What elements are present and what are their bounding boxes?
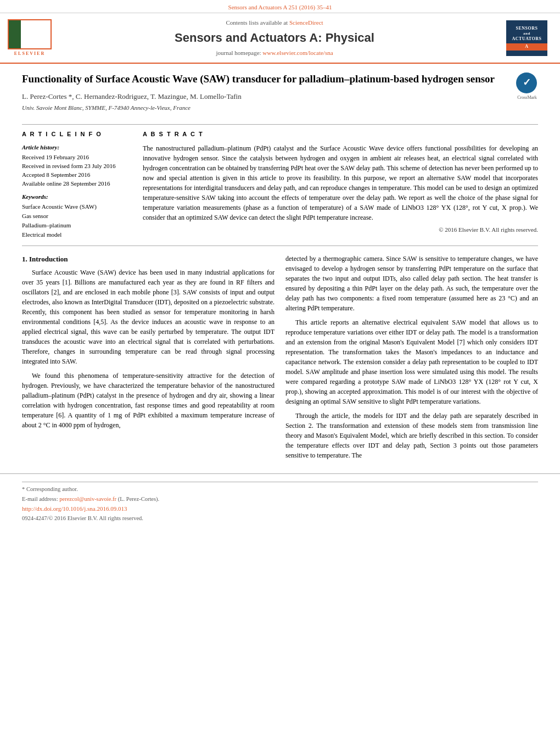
corresponding-note: * Corresponding author.: [22, 486, 538, 494]
col-right: detected by a thermographic camera. Sinc…: [285, 254, 538, 465]
svg-point-3: [12, 31, 18, 39]
sensors-logo: SENSORS and ACTUATORS A: [506, 20, 550, 56]
email-address[interactable]: perezcol@univ-savoie.fr: [59, 496, 116, 502]
received-date: Received 19 February 2016: [22, 153, 132, 162]
sensors-logo-text3: ACTUATORS: [512, 36, 542, 42]
article-info-title: A R T I C L E I N F O: [22, 130, 132, 138]
keywords-list: Surface Acoustic Wave (SAW) Gas sensor P…: [22, 203, 132, 239]
abstract-col: A B S T R A C T The nanostructured palla…: [143, 130, 538, 240]
intro-paragraph-2: We found this phenomena of temperature-s…: [22, 371, 275, 430]
keyword-1: Surface Acoustic Wave (SAW): [22, 203, 132, 211]
article-info-abstract: A R T I C L E I N F O Article history: R…: [22, 124, 538, 246]
journal-title-center: Contents lists available at ScienceDirec…: [52, 19, 497, 57]
abstract-text: The nanostructured palladium–platinum (P…: [143, 143, 538, 222]
journal-citation-bar: Sensors and Actuators A 251 (2016) 35–41: [0, 0, 560, 13]
issn-line: 0924-4247/© 2016 Elsevier B.V. All right…: [22, 515, 538, 523]
online-date: Available online 28 September 2016: [22, 180, 132, 188]
keyword-4: Electrical model: [22, 231, 132, 239]
sensors-logo-text1: SENSORS: [516, 26, 538, 31]
svg-rect-1: [20, 20, 50, 48]
sensors-logo-inner: SENSORS and ACTUATORS A: [506, 20, 547, 56]
svg-rect-0: [9, 20, 20, 48]
sciencedirect-link[interactable]: ScienceDirect: [289, 19, 323, 26]
copyright: © 2016 Elsevier B.V. All rights reserved…: [143, 226, 538, 234]
col-left: 1. Introduction Surface Acoustic Wave (S…: [22, 254, 275, 465]
contents-line: Contents lists available at ScienceDirec…: [52, 19, 497, 27]
article-title-section: Functionality of Surface Acoustic Wave (…: [22, 72, 538, 119]
crossmark-label: CrossMark: [516, 94, 538, 101]
journal-citation: Sensors and Actuators A 251 (2016) 35–41: [228, 4, 332, 10]
journal-header: ELSEVIER Contents lists available at Sci…: [0, 13, 560, 64]
elsevier-logo: ELSEVIER: [8, 19, 52, 57]
keywords-label: Keywords:: [22, 193, 132, 201]
footer-divider: [22, 482, 538, 482]
keyword-3: Palladium–platinum: [22, 221, 132, 230]
elsevier-label: ELSEVIER: [14, 51, 45, 57]
email-line: E-mail address: perezcol@univ-savoie.fr …: [22, 495, 538, 504]
right-paragraph-3: Through the article, the models for IDT …: [285, 411, 538, 460]
accepted-date: Accepted 8 September 2016: [22, 171, 132, 180]
right-paragraph-2: This article reports an alternative elec…: [285, 317, 538, 406]
journal-title-main: Sensors and Actuators A: Physical: [52, 30, 497, 47]
doi-line: http://dx.doi.org/10.1016/j.sna.2016.09.…: [22, 505, 538, 513]
svg-point-2: [12, 24, 19, 33]
article-footer: * Corresponding author. E-mail address: …: [0, 473, 560, 526]
keyword-2: Gas sensor: [22, 212, 132, 221]
elsevier-logo-graphic: [8, 19, 52, 49]
article-title: Functionality of Surface Acoustic Wave (…: [22, 72, 505, 86]
svg-rect-4: [14, 40, 16, 46]
abstract-title: A B S T R A C T: [143, 130, 538, 138]
intro-paragraph-1: Surface Acoustic Wave (SAW) device has b…: [22, 267, 275, 366]
revised-date: Received in revised form 23 July 2016: [22, 162, 132, 171]
sensors-logo-text4: A: [506, 43, 547, 50]
doi-link[interactable]: http://dx.doi.org/10.1016/j.sna.2016.09.…: [22, 505, 127, 512]
article-title-text: Functionality of Surface Acoustic Wave (…: [22, 72, 505, 119]
journal-homepage-line: journal homepage: www.elsevier.com/locat…: [52, 49, 497, 57]
crossmark-badge: ✓ CrossMark: [516, 72, 538, 94]
sensors-logo-text2: and: [523, 31, 530, 36]
section-1-heading: 1. Introduction: [22, 254, 275, 265]
homepage-url[interactable]: www.elsevier.com/locate/sna: [262, 49, 333, 56]
article-authors: L. Perez-Cortes *, C. Hernandez-Rodrigue…: [22, 92, 505, 102]
article-affiliation: Univ. Savoie Mont Blanc, SYMME, F-74940 …: [22, 104, 505, 112]
article-info-col: A R T I C L E I N F O Article history: R…: [22, 130, 132, 240]
article-body: Functionality of Surface Acoustic Wave (…: [0, 64, 560, 473]
right-paragraph-1: detected by a thermographic camera. Sinc…: [285, 254, 538, 313]
page: Sensors and Actuators A 251 (2016) 35–41…: [0, 0, 560, 742]
elsevier-logo-svg: [8, 20, 52, 48]
two-col-body: 1. Introduction Surface Acoustic Wave (S…: [22, 254, 538, 465]
crossmark-icon: ✓: [516, 72, 537, 93]
article-history-label: Article history:: [22, 143, 132, 152]
